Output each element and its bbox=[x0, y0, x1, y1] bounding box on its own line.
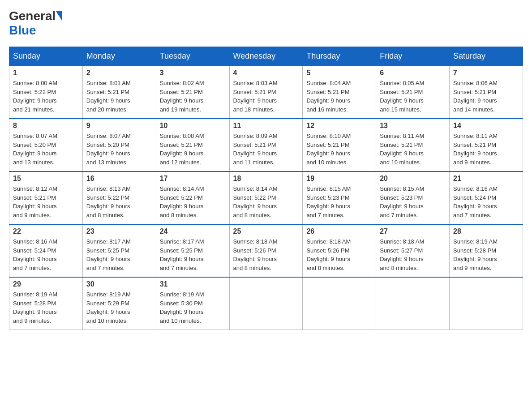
calendar-cell: 4 Sunrise: 8:03 AMSunset: 5:21 PMDayligh… bbox=[229, 66, 303, 119]
day-info: Sunrise: 8:17 AMSunset: 5:25 PMDaylight:… bbox=[86, 237, 152, 272]
day-number: 24 bbox=[160, 227, 226, 235]
day-number: 12 bbox=[306, 122, 372, 130]
calendar-cell: 17 Sunrise: 8:14 AMSunset: 5:22 PMDaylig… bbox=[156, 171, 229, 224]
calendar-cell bbox=[376, 277, 450, 330]
day-info: Sunrise: 8:02 AMSunset: 5:21 PMDaylight:… bbox=[160, 79, 226, 114]
calendar-cell: 12 Sunrise: 8:10 AMSunset: 5:21 PMDaylig… bbox=[303, 119, 376, 171]
day-number: 3 bbox=[160, 69, 226, 77]
day-info: Sunrise: 8:00 AMSunset: 5:22 PMDaylight:… bbox=[13, 79, 79, 114]
logo-general-text: General bbox=[9, 9, 56, 23]
calendar-cell: 22 Sunrise: 8:16 AMSunset: 5:24 PMDaylig… bbox=[9, 224, 83, 277]
day-number: 11 bbox=[233, 122, 299, 130]
weekday-header-row: SundayMondayTuesdayWednesdayThursdayFrid… bbox=[9, 47, 523, 66]
day-info: Sunrise: 8:03 AMSunset: 5:21 PMDaylight:… bbox=[233, 79, 299, 114]
day-number: 14 bbox=[453, 122, 519, 130]
calendar-cell bbox=[229, 277, 303, 330]
day-number: 18 bbox=[233, 175, 299, 183]
day-info: Sunrise: 8:18 AMSunset: 5:26 PMDaylight:… bbox=[233, 237, 299, 272]
day-info: Sunrise: 8:11 AMSunset: 5:21 PMDaylight:… bbox=[380, 132, 446, 167]
day-info: Sunrise: 8:07 AMSunset: 5:20 PMDaylight:… bbox=[86, 132, 152, 167]
day-info: Sunrise: 8:16 AMSunset: 5:24 PMDaylight:… bbox=[13, 237, 79, 272]
calendar-cell: 10 Sunrise: 8:08 AMSunset: 5:21 PMDaylig… bbox=[156, 119, 229, 171]
day-info: Sunrise: 8:12 AMSunset: 5:21 PMDaylight:… bbox=[13, 184, 79, 219]
day-info: Sunrise: 8:14 AMSunset: 5:22 PMDaylight:… bbox=[233, 184, 299, 219]
day-number: 16 bbox=[86, 175, 152, 183]
day-number: 26 bbox=[306, 227, 372, 235]
day-number: 19 bbox=[306, 175, 372, 183]
logo-blue-text: Blue bbox=[9, 23, 36, 38]
week-row-1: 1 Sunrise: 8:00 AMSunset: 5:22 PMDayligh… bbox=[9, 66, 523, 119]
calendar-cell: 29 Sunrise: 8:19 AMSunset: 5:28 PMDaylig… bbox=[9, 277, 83, 330]
calendar-cell: 25 Sunrise: 8:18 AMSunset: 5:26 PMDaylig… bbox=[229, 224, 303, 277]
calendar-cell: 11 Sunrise: 8:09 AMSunset: 5:21 PMDaylig… bbox=[229, 119, 303, 171]
day-info: Sunrise: 8:19 AMSunset: 5:30 PMDaylight:… bbox=[160, 290, 226, 325]
day-number: 25 bbox=[233, 227, 299, 235]
weekday-header-saturday: Saturday bbox=[450, 47, 523, 66]
calendar-cell: 19 Sunrise: 8:15 AMSunset: 5:23 PMDaylig… bbox=[303, 171, 376, 224]
calendar-cell: 1 Sunrise: 8:00 AMSunset: 5:22 PMDayligh… bbox=[9, 66, 83, 119]
calendar-cell: 16 Sunrise: 8:13 AMSunset: 5:22 PMDaylig… bbox=[82, 171, 156, 224]
calendar-cell: 23 Sunrise: 8:17 AMSunset: 5:25 PMDaylig… bbox=[82, 224, 156, 277]
day-number: 6 bbox=[380, 69, 446, 77]
calendar-table: SundayMondayTuesdayWednesdayThursdayFrid… bbox=[9, 47, 523, 330]
day-info: Sunrise: 8:16 AMSunset: 5:24 PMDaylight:… bbox=[453, 184, 519, 219]
week-row-4: 22 Sunrise: 8:16 AMSunset: 5:24 PMDaylig… bbox=[9, 224, 523, 277]
day-number: 7 bbox=[453, 69, 519, 77]
logo: General Blue bbox=[9, 9, 63, 38]
weekday-header-friday: Friday bbox=[376, 47, 450, 66]
calendar-cell: 8 Sunrise: 8:07 AMSunset: 5:20 PMDayligh… bbox=[9, 119, 83, 171]
calendar-cell: 27 Sunrise: 8:18 AMSunset: 5:27 PMDaylig… bbox=[376, 224, 450, 277]
day-info: Sunrise: 8:01 AMSunset: 5:21 PMDaylight:… bbox=[86, 79, 152, 114]
day-info: Sunrise: 8:15 AMSunset: 5:23 PMDaylight:… bbox=[306, 184, 372, 219]
day-number: 13 bbox=[380, 122, 446, 130]
day-info: Sunrise: 8:14 AMSunset: 5:22 PMDaylight:… bbox=[160, 184, 226, 219]
day-number: 4 bbox=[233, 69, 299, 77]
calendar-cell: 13 Sunrise: 8:11 AMSunset: 5:21 PMDaylig… bbox=[376, 119, 450, 171]
day-number: 27 bbox=[380, 227, 446, 235]
day-number: 30 bbox=[86, 280, 152, 288]
calendar-cell: 14 Sunrise: 8:11 AMSunset: 5:21 PMDaylig… bbox=[450, 119, 523, 171]
calendar-cell: 26 Sunrise: 8:18 AMSunset: 5:26 PMDaylig… bbox=[303, 224, 376, 277]
day-info: Sunrise: 8:18 AMSunset: 5:26 PMDaylight:… bbox=[306, 237, 372, 272]
week-row-5: 29 Sunrise: 8:19 AMSunset: 5:28 PMDaylig… bbox=[9, 277, 523, 330]
calendar-cell: 28 Sunrise: 8:19 AMSunset: 5:28 PMDaylig… bbox=[450, 224, 523, 277]
weekday-header-sunday: Sunday bbox=[9, 47, 83, 66]
day-info: Sunrise: 8:09 AMSunset: 5:21 PMDaylight:… bbox=[233, 132, 299, 167]
week-row-2: 8 Sunrise: 8:07 AMSunset: 5:20 PMDayligh… bbox=[9, 119, 523, 171]
day-number: 5 bbox=[306, 69, 372, 77]
week-row-3: 15 Sunrise: 8:12 AMSunset: 5:21 PMDaylig… bbox=[9, 171, 523, 224]
day-number: 9 bbox=[86, 122, 152, 130]
calendar-cell: 7 Sunrise: 8:06 AMSunset: 5:21 PMDayligh… bbox=[450, 66, 523, 119]
calendar-cell: 2 Sunrise: 8:01 AMSunset: 5:21 PMDayligh… bbox=[82, 66, 156, 119]
calendar-cell: 24 Sunrise: 8:17 AMSunset: 5:25 PMDaylig… bbox=[156, 224, 229, 277]
calendar-cell: 20 Sunrise: 8:15 AMSunset: 5:23 PMDaylig… bbox=[376, 171, 450, 224]
day-info: Sunrise: 8:13 AMSunset: 5:22 PMDaylight:… bbox=[86, 184, 152, 219]
day-info: Sunrise: 8:06 AMSunset: 5:21 PMDaylight:… bbox=[453, 79, 519, 114]
weekday-header-monday: Monday bbox=[82, 47, 156, 66]
weekday-header-tuesday: Tuesday bbox=[156, 47, 229, 66]
day-info: Sunrise: 8:08 AMSunset: 5:21 PMDaylight:… bbox=[160, 132, 226, 167]
weekday-header-wednesday: Wednesday bbox=[229, 47, 303, 66]
calendar-cell: 31 Sunrise: 8:19 AMSunset: 5:30 PMDaylig… bbox=[156, 277, 229, 330]
day-info: Sunrise: 8:17 AMSunset: 5:25 PMDaylight:… bbox=[160, 237, 226, 272]
calendar-cell: 21 Sunrise: 8:16 AMSunset: 5:24 PMDaylig… bbox=[450, 171, 523, 224]
day-number: 20 bbox=[380, 175, 446, 183]
calendar-cell: 3 Sunrise: 8:02 AMSunset: 5:21 PMDayligh… bbox=[156, 66, 229, 119]
calendar-cell bbox=[450, 277, 523, 330]
calendar-cell: 9 Sunrise: 8:07 AMSunset: 5:20 PMDayligh… bbox=[82, 119, 156, 171]
calendar-cell: 18 Sunrise: 8:14 AMSunset: 5:22 PMDaylig… bbox=[229, 171, 303, 224]
calendar-cell: 5 Sunrise: 8:04 AMSunset: 5:21 PMDayligh… bbox=[303, 66, 376, 119]
day-info: Sunrise: 8:15 AMSunset: 5:23 PMDaylight:… bbox=[380, 184, 446, 219]
calendar-cell: 6 Sunrise: 8:05 AMSunset: 5:21 PMDayligh… bbox=[376, 66, 450, 119]
day-number: 2 bbox=[86, 69, 152, 77]
day-number: 22 bbox=[13, 227, 79, 235]
day-number: 29 bbox=[13, 280, 79, 288]
calendar-cell bbox=[303, 277, 376, 330]
day-number: 31 bbox=[160, 280, 226, 288]
day-number: 8 bbox=[13, 122, 79, 130]
day-info: Sunrise: 8:19 AMSunset: 5:29 PMDaylight:… bbox=[86, 290, 152, 325]
day-info: Sunrise: 8:04 AMSunset: 5:21 PMDaylight:… bbox=[306, 79, 372, 114]
day-number: 28 bbox=[453, 227, 519, 235]
day-info: Sunrise: 8:19 AMSunset: 5:28 PMDaylight:… bbox=[453, 237, 519, 272]
weekday-header-thursday: Thursday bbox=[303, 47, 376, 66]
